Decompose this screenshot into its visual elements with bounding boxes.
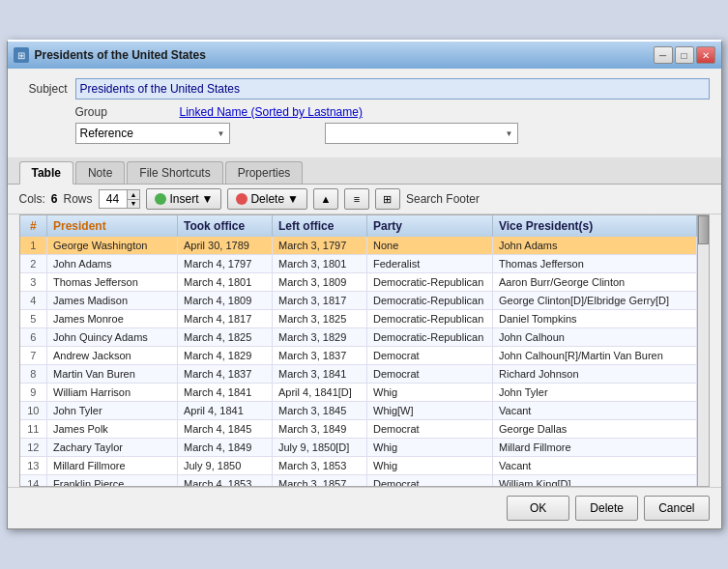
table-cell: Millard Fillmore xyxy=(47,457,178,475)
table-cell: March 4, 1829 xyxy=(178,347,273,365)
linked-select[interactable]: ▼ xyxy=(325,123,518,144)
table-cell: 8 xyxy=(20,365,47,384)
spinner-down[interactable]: ▼ xyxy=(128,200,140,209)
rows-spinner-input[interactable] xyxy=(100,190,127,208)
table-cell: John Adams xyxy=(493,237,697,255)
reference-select[interactable]: Reference ▼ xyxy=(75,123,230,144)
insert-button[interactable]: Insert ▼ xyxy=(146,188,221,210)
table-cell: Democratic-Republican xyxy=(367,273,493,292)
table-cell: March 4, 1801 xyxy=(178,273,273,292)
tab-properties[interactable]: Properties xyxy=(225,161,304,184)
table-cell: John Calhoun xyxy=(493,328,697,347)
list-button[interactable]: ≡ xyxy=(344,188,369,210)
rows-label: Rows xyxy=(64,192,93,206)
table-row[interactable]: 2John AdamsMarch 4, 1797March 3, 1801Fed… xyxy=(20,255,697,273)
table-cell: Federalist xyxy=(367,255,493,273)
table-cell: Richard Johnson xyxy=(493,365,697,384)
table-cell: Thomas Jefferson xyxy=(493,255,697,273)
ok-button[interactable]: OK xyxy=(507,496,569,521)
table-cell: March 4, 1845 xyxy=(178,420,273,439)
table-cell: John Tyler xyxy=(493,384,697,402)
table-cell: James Polk xyxy=(47,420,178,439)
move-up-button[interactable]: ▲ xyxy=(313,188,338,210)
table-row[interactable]: 7Andrew JacksonMarch 4, 1829March 3, 183… xyxy=(20,347,697,365)
group-row: Group Linked Name (Sorted by Lastname) xyxy=(75,105,710,119)
col-header-party[interactable]: Party xyxy=(367,215,493,237)
delete-icon xyxy=(236,193,248,205)
tab-note[interactable]: Note xyxy=(75,161,125,184)
insert-label: Insert xyxy=(169,192,198,206)
table-row[interactable]: 1George WashingtonApril 30, 1789March 3,… xyxy=(20,237,697,255)
group-label: Group xyxy=(75,105,114,119)
delete-bottom-button[interactable]: Delete xyxy=(575,496,638,521)
close-button[interactable]: ✕ xyxy=(696,46,715,64)
rows-spinner[interactable]: ▲ ▼ xyxy=(99,189,141,209)
linked-name-link[interactable]: Linked Name (Sorted by Lastname) xyxy=(180,105,363,119)
window-icon: ⊞ xyxy=(14,47,29,63)
table-row[interactable]: 12Zachary TaylorMarch 4, 1849July 9, 185… xyxy=(20,439,697,457)
scroll-thumb[interactable] xyxy=(698,215,709,244)
table-row[interactable]: 5James MonroeMarch 4, 1817March 3, 1825D… xyxy=(20,310,697,328)
delete-button[interactable]: Delete ▼ xyxy=(227,188,307,210)
col-header-president[interactable]: President xyxy=(47,215,178,237)
spinner-up[interactable]: ▲ xyxy=(128,190,140,200)
table-row[interactable]: 9William HarrisonMarch 4, 1841April 4, 1… xyxy=(20,384,697,402)
table-cell: George Clinton[D]/Elbridge Gerry[D] xyxy=(493,292,697,310)
table-cell: April 30, 1789 xyxy=(178,237,273,255)
table-row[interactable]: 10John TylerApril 4, 1841March 3, 1845Wh… xyxy=(20,402,697,420)
form-area: Subject Group Linked Name (Sorted by Las… xyxy=(8,69,721,157)
table-row[interactable]: 8Martin Van BurenMarch 4, 1837March 3, 1… xyxy=(20,365,697,384)
table-cell: March 3, 1841 xyxy=(273,365,367,384)
table-cell: Democrat xyxy=(367,420,493,439)
reference-dropdown-arrow: ▼ xyxy=(218,129,225,138)
table-cell: 7 xyxy=(20,347,47,365)
table-row[interactable]: 6John Quincy AdamsMarch 4, 1825March 3, … xyxy=(20,328,697,347)
vertical-scrollbar[interactable] xyxy=(697,215,709,486)
toolbar: Cols: 6 Rows ▲ ▼ Insert ▼ Delete ▼ ▲ ≡ ⊞… xyxy=(8,185,721,214)
table-row[interactable]: 4James MadisonMarch 4, 1809March 3, 1817… xyxy=(20,292,697,310)
table-row[interactable]: 14Franklin PierceMarch 4, 1853March 3, 1… xyxy=(20,475,697,487)
title-bar-left: ⊞ Presidents of the United States xyxy=(14,47,206,63)
tab-table[interactable]: Table xyxy=(19,161,73,185)
spinner-buttons: ▲ ▼ xyxy=(127,190,140,208)
table-row[interactable]: 11James PolkMarch 4, 1845March 3, 1849De… xyxy=(20,420,697,439)
table-cell: 5 xyxy=(20,310,47,328)
table-cell: Aaron Burr/George Clinton xyxy=(493,273,697,292)
table-cell: John Adams xyxy=(47,255,178,273)
table-scroll-wrapper[interactable]: # President Took office Left office Part… xyxy=(20,215,697,486)
table-cell: Daniel Tompkins xyxy=(493,310,697,328)
table-cell: March 3, 1797 xyxy=(273,237,367,255)
table-cell: Whig[W] xyxy=(367,402,493,420)
table-row[interactable]: 3Thomas JeffersonMarch 4, 1801March 3, 1… xyxy=(20,273,697,292)
table-cell: March 3, 1849 xyxy=(273,420,367,439)
table-cell: March 3, 1829 xyxy=(273,328,367,347)
table-cell: Andrew Jackson xyxy=(47,347,178,365)
table-cell: James Monroe xyxy=(47,310,178,328)
col-header-took-office[interactable]: Took office xyxy=(178,215,273,237)
table-cell: Democrat xyxy=(367,347,493,365)
table-cell: Whig xyxy=(367,439,493,457)
table-row[interactable]: 13Millard FillmoreJuly 9, 1850March 3, 1… xyxy=(20,457,697,475)
table-cell: 11 xyxy=(20,420,47,439)
col-header-vice-president[interactable]: Vice President(s) xyxy=(493,215,697,237)
table-cell: James Madison xyxy=(47,292,178,310)
table-cell: John Calhoun[R]/Martin Van Buren xyxy=(493,347,697,365)
col-header-left-office[interactable]: Left office xyxy=(273,215,367,237)
col-header-num[interactable]: # xyxy=(20,215,47,237)
tab-file-shortcuts[interactable]: File Shortcuts xyxy=(127,161,222,184)
table-cell: Martin Van Buren xyxy=(47,365,178,384)
subject-row: Subject xyxy=(19,78,710,100)
window-title: Presidents of the United States xyxy=(35,48,206,62)
cancel-button[interactable]: Cancel xyxy=(644,496,709,521)
subject-input[interactable] xyxy=(75,78,710,100)
table-cell: 14 xyxy=(20,475,47,487)
table-cell: Whig xyxy=(367,457,493,475)
cols-value: 6 xyxy=(51,192,58,206)
minimize-button[interactable]: ─ xyxy=(654,46,673,64)
table-cell: March 3, 1837 xyxy=(273,347,367,365)
table-cell: Thomas Jefferson xyxy=(47,273,178,292)
grid-button[interactable]: ⊞ xyxy=(375,188,400,210)
restore-button[interactable]: □ xyxy=(675,46,694,64)
insert-arrow: ▼ xyxy=(202,192,214,206)
delete-label: Delete xyxy=(250,192,284,206)
